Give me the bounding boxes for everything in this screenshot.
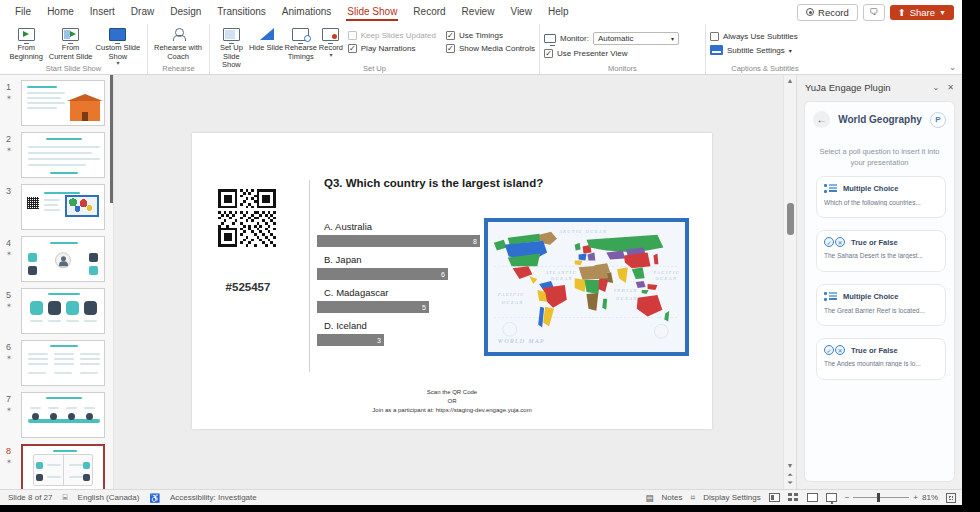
zoom-percentage[interactable]: 81%	[922, 493, 938, 502]
vote-count: 3	[377, 337, 381, 344]
checkbox-checked-icon	[446, 31, 455, 40]
panel-close-icon[interactable]: ✕	[947, 83, 954, 92]
record-slideshow-button[interactable]: Record ▾	[318, 26, 344, 57]
slideshow-view-button[interactable]	[826, 493, 837, 502]
menu-insert[interactable]: Insert	[83, 2, 122, 22]
profile-badge[interactable]: P	[930, 112, 946, 128]
language-indicator[interactable]: English (Canada)	[78, 493, 140, 502]
zoom-out-button[interactable]: −	[845, 493, 850, 502]
option-d-bar: 3	[317, 334, 384, 346]
multiple-choice-icon	[824, 291, 837, 302]
mini-world-map	[65, 195, 99, 217]
back-button[interactable]: ←	[813, 111, 830, 128]
menu-view[interactable]: View	[503, 2, 539, 22]
qr-code-image	[218, 189, 276, 247]
from-beginning-button[interactable]: From Beginning	[4, 26, 48, 61]
fit-slide-to-window-button[interactable]	[946, 493, 956, 503]
checkbox-checked-icon	[446, 44, 455, 53]
reading-view-button[interactable]	[807, 493, 818, 502]
display-settings-button[interactable]: Display Settings	[703, 493, 760, 502]
show-media-controls-checkbox[interactable]: Show Media Controls	[446, 44, 535, 53]
panel-chevron-down-icon[interactable]: ⌄	[933, 83, 940, 92]
subtitle-settings-icon	[710, 45, 723, 55]
question-type: Multiple Choice	[843, 184, 898, 193]
option-d-label: D. Iceland	[324, 320, 367, 331]
hide-slide-button[interactable]: Hide Slide	[249, 26, 284, 53]
ribbon-group-rehearse: Rehearse with Coach Rehearse	[148, 24, 210, 74]
vote-count: 6	[441, 271, 445, 278]
menu-animations[interactable]: Animations	[275, 2, 338, 22]
share-button[interactable]: ⬆Share▼	[890, 5, 954, 20]
always-use-subtitles-checkbox[interactable]: Always Use Subtitles	[710, 32, 798, 41]
menu-slide-show[interactable]: Slide Show	[340, 2, 404, 22]
question-preview: The Sahara Desert is the largest...	[824, 252, 938, 259]
vertical-divider	[309, 180, 310, 372]
group-label-monitors: Monitors	[540, 64, 705, 73]
zoom-in-button[interactable]: +	[913, 493, 918, 502]
menu-record[interactable]: Record	[406, 2, 452, 22]
animation-star-icon: ✶	[6, 458, 12, 466]
collapse-ribbon-chevron[interactable]: ⌄	[949, 63, 956, 72]
ribbon-group-monitors: Monitor: Automatic▾ Use Presenter View M…	[540, 24, 706, 74]
use-presenter-view-checkbox[interactable]: Use Presenter View	[544, 49, 679, 58]
menu-transitions[interactable]: Transitions	[210, 2, 273, 22]
monitor-dropdown[interactable]: Automatic▾	[593, 32, 679, 45]
vote-count: 5	[422, 304, 426, 311]
menu-design[interactable]: Design	[163, 2, 208, 22]
svg-text:OCEAN: OCEAN	[655, 276, 677, 281]
rehearse-with-coach-button[interactable]: Rehearse with Coach	[152, 26, 204, 61]
menu-home[interactable]: Home	[40, 2, 81, 22]
yuja-engage-panel: YuJa Engage Plugin ⌄ ✕ ← World Geography…	[796, 75, 962, 490]
zoom-slider[interactable]	[853, 497, 909, 498]
option-a-label: A. Australia	[324, 221, 372, 232]
group-label-set-up: Set Up	[210, 64, 539, 73]
group-label-rehearse: Rehearse	[148, 64, 209, 73]
menu-draw[interactable]: Draw	[124, 2, 161, 22]
poll-question-card-4[interactable]: ✓✕ True or False The Andes mountain rang…	[816, 338, 946, 380]
zoom-slider-thumb[interactable]	[877, 493, 880, 502]
normal-view-button[interactable]	[769, 493, 780, 502]
record-button[interactable]: Record	[797, 4, 858, 21]
play-narrations-checkbox[interactable]: Play Narrations	[348, 44, 436, 53]
from-current-slide-button[interactable]: From Current Slide	[48, 26, 92, 61]
accessibility-status[interactable]: Accessibility: Investigate	[170, 493, 257, 502]
mini-notebook	[33, 454, 93, 486]
slide-number: 1	[6, 82, 11, 92]
session-code: #525457	[210, 281, 286, 293]
footer-join-url: Join as a participant at: https://stagin…	[192, 406, 712, 415]
slide-sorter-view-button[interactable]	[788, 493, 799, 502]
label-indian-ocean: INDIAN	[613, 288, 638, 293]
rehearse-timings-button[interactable]: Rehearse Timings	[283, 26, 318, 61]
notes-button[interactable]: Notes	[662, 493, 683, 502]
poll-question-card-1[interactable]: Multiple Choice Which of the following c…	[816, 176, 946, 218]
ribbon-group-captions-subtitles: Always Use Subtitles Subtitle Settings▾ …	[706, 24, 824, 74]
title-bar-actions: Record 🗨 ⬆Share▼	[797, 4, 962, 21]
keep-slides-updated-checkbox[interactable]: Keep Slides Updated	[348, 31, 436, 40]
comments-button[interactable]: 🗨	[863, 4, 885, 21]
svg-text:OCEAN: OCEAN	[616, 296, 638, 301]
setup-slideshow-icon	[223, 28, 240, 41]
current-slide[interactable]: #525457 Q3. Which country is the largest…	[192, 133, 712, 429]
poll-question-card-3[interactable]: Multiple Choice The Great Barrier Reef i…	[816, 284, 946, 326]
poll-question-card-2[interactable]: ✓✕ True or False The Sahara Desert is th…	[816, 230, 946, 272]
use-timings-checkbox[interactable]: Use Timings	[446, 31, 535, 40]
poll-set-card: ← World Geography P Select a poll questi…	[804, 101, 955, 482]
slide-number: 4	[6, 238, 11, 248]
thumbnail-scrollbar[interactable]	[110, 75, 113, 203]
menu-help[interactable]: Help	[541, 2, 576, 22]
scrollbar-thumb[interactable]	[787, 203, 794, 235]
menu-file[interactable]: File	[8, 2, 38, 22]
spell-check-icon[interactable]: ⌸	[62, 492, 67, 503]
question-type: True or False	[851, 238, 898, 247]
true-false-icon: ✓✕	[824, 237, 845, 247]
scroll-down-arrow[interactable]: ▼	[784, 462, 796, 471]
scroll-up-arrow[interactable]: ▲	[784, 77, 796, 84]
canvas-vertical-scrollbar[interactable]: ▲ ▼ ⏶ ⏷	[783, 75, 796, 490]
custom-slide-show-button[interactable]: Custom Slide Show ▾	[93, 26, 143, 65]
ribbon: From Beginning From Current Slide Custom…	[0, 24, 962, 75]
previous-slide-button[interactable]: ⏶	[784, 471, 796, 480]
menu-review[interactable]: Review	[455, 2, 502, 22]
next-slide-button[interactable]: ⏷	[784, 479, 796, 488]
subtitle-settings-button[interactable]: Subtitle Settings▾	[710, 45, 798, 55]
slide-number: 2	[6, 134, 11, 144]
